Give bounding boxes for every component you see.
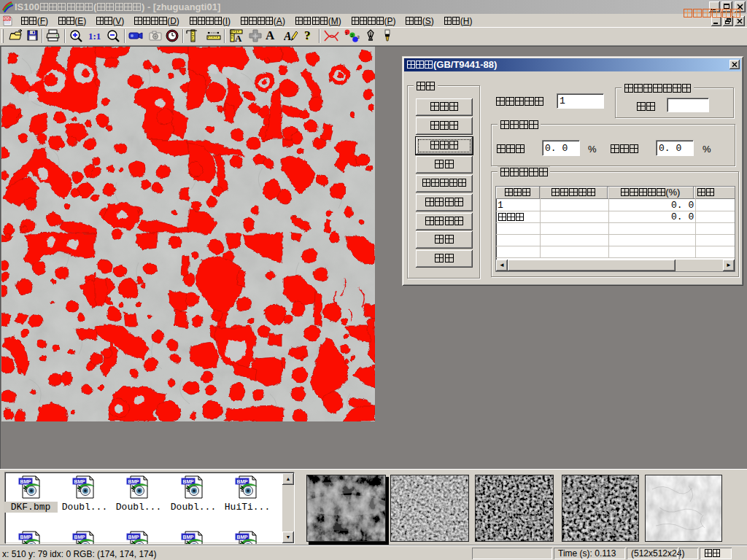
svg-text:BMP: BMP — [20, 479, 32, 484]
svg-text:BMP: BMP — [128, 534, 140, 540]
svg-text:BMP: BMP — [74, 534, 86, 540]
svg-text:BMP: BMP — [128, 479, 140, 484]
svg-text:BMP: BMP — [74, 479, 86, 484]
svg-text:DOC: DOC — [4, 18, 12, 21]
svg-text:A: A — [235, 33, 242, 42]
svg-text:BMP: BMP — [237, 534, 249, 540]
svg-text:3: 3 — [357, 35, 360, 39]
svg-text:BMP: BMP — [20, 534, 32, 540]
svg-text:BMP: BMP — [183, 534, 195, 540]
svg-text:BMP: BMP — [183, 479, 195, 484]
svg-text:A: A — [284, 30, 292, 42]
svg-text:BMP: BMP — [237, 479, 249, 484]
